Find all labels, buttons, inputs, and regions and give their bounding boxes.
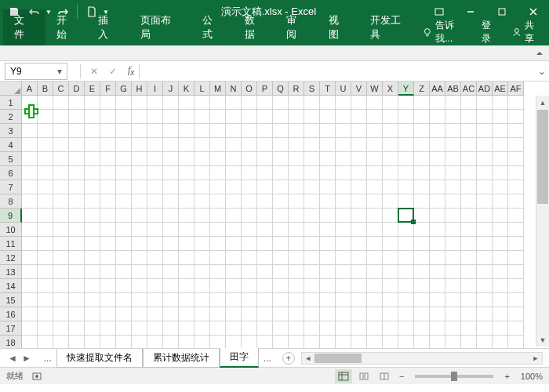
tab-insert[interactable]: 插入 <box>87 9 129 45</box>
cell[interactable] <box>100 223 116 237</box>
cell[interactable] <box>226 180 242 194</box>
cell[interactable] <box>289 293 304 307</box>
cell[interactable] <box>304 110 320 124</box>
tab-file[interactable]: 文件 <box>3 9 45 45</box>
cell[interactable] <box>289 96 304 110</box>
cell[interactable] <box>179 209 195 223</box>
cell[interactable] <box>163 251 179 265</box>
cell[interactable] <box>85 251 100 265</box>
cell[interactable] <box>116 321 132 336</box>
cell[interactable] <box>430 152 445 166</box>
cell[interactable] <box>383 138 398 152</box>
cell[interactable] <box>461 336 477 348</box>
cell[interactable] <box>508 251 524 265</box>
cell[interactable] <box>116 194 132 209</box>
cell[interactable] <box>273 321 289 336</box>
cell[interactable] <box>304 237 320 251</box>
cell[interactable] <box>351 96 367 110</box>
cell[interactable] <box>383 293 398 307</box>
cell[interactable] <box>226 336 242 348</box>
cell[interactable] <box>414 279 430 293</box>
cell[interactable] <box>38 265 53 279</box>
cell[interactable] <box>493 251 508 265</box>
cell[interactable] <box>69 307 85 321</box>
cell[interactable] <box>304 152 320 166</box>
cell[interactable] <box>351 110 367 124</box>
cell[interactable] <box>336 166 351 180</box>
cell[interactable] <box>22 194 38 209</box>
cell[interactable] <box>493 110 508 124</box>
cell[interactable] <box>147 251 163 265</box>
cell[interactable] <box>304 209 320 223</box>
cell[interactable] <box>257 279 273 293</box>
cell[interactable] <box>100 307 116 321</box>
cell[interactable] <box>289 223 304 237</box>
cell[interactable] <box>289 194 304 209</box>
cell[interactable] <box>336 321 351 336</box>
cell[interactable] <box>477 293 493 307</box>
page-layout-view-button[interactable] <box>355 369 373 383</box>
cell[interactable] <box>100 336 116 348</box>
cell[interactable] <box>179 96 195 110</box>
cell[interactable] <box>195 237 210 251</box>
cell[interactable] <box>414 138 430 152</box>
cell[interactable] <box>163 307 179 321</box>
cell[interactable] <box>383 180 398 194</box>
cell[interactable] <box>430 194 445 209</box>
cell[interactable] <box>273 237 289 251</box>
cell[interactable] <box>85 223 100 237</box>
cell[interactable] <box>116 307 132 321</box>
cell[interactable] <box>210 152 226 166</box>
cell[interactable] <box>132 209 147 223</box>
cell[interactable] <box>461 194 477 209</box>
cell[interactable] <box>38 152 53 166</box>
cell[interactable] <box>257 336 273 348</box>
cell[interactable] <box>147 237 163 251</box>
column-header[interactable]: R <box>289 82 304 96</box>
cell[interactable] <box>430 279 445 293</box>
cell[interactable] <box>179 166 195 180</box>
cell[interactable] <box>336 124 351 138</box>
sheet-nav-prev[interactable]: ◄ <box>8 353 17 364</box>
cell[interactable] <box>116 336 132 348</box>
cell[interactable] <box>398 223 414 237</box>
row-header[interactable]: 9 <box>0 209 22 223</box>
column-header[interactable]: AE <box>493 82 508 96</box>
cell[interactable] <box>163 138 179 152</box>
cell[interactable] <box>163 152 179 166</box>
cell[interactable] <box>461 166 477 180</box>
cell[interactable] <box>493 209 508 223</box>
cell[interactable] <box>477 96 493 110</box>
cell[interactable] <box>226 96 242 110</box>
row-header[interactable]: 6 <box>0 166 22 180</box>
cell[interactable] <box>320 279 336 293</box>
cell[interactable] <box>226 265 242 279</box>
fx-icon[interactable]: fx <box>128 64 134 77</box>
cell[interactable] <box>289 307 304 321</box>
cell[interactable] <box>38 166 53 180</box>
cell[interactable] <box>69 180 85 194</box>
cell[interactable] <box>461 209 477 223</box>
cell[interactable] <box>132 293 147 307</box>
cell[interactable] <box>304 166 320 180</box>
cell[interactable] <box>210 237 226 251</box>
column-header[interactable]: K <box>179 82 195 96</box>
cell[interactable] <box>320 110 336 124</box>
cell[interactable] <box>304 251 320 265</box>
cell[interactable] <box>226 138 242 152</box>
horizontal-scroll-thumb[interactable] <box>314 354 362 363</box>
cell[interactable] <box>398 251 414 265</box>
cell[interactable] <box>493 279 508 293</box>
row-header[interactable]: 14 <box>0 279 22 293</box>
cell[interactable] <box>304 336 320 348</box>
cell[interactable] <box>320 293 336 307</box>
cell[interactable] <box>304 307 320 321</box>
cell[interactable] <box>147 96 163 110</box>
cell[interactable] <box>477 194 493 209</box>
cell[interactable] <box>179 265 195 279</box>
cell[interactable] <box>69 110 85 124</box>
cell[interactable] <box>195 138 210 152</box>
cell[interactable] <box>414 209 430 223</box>
column-header[interactable]: I <box>147 82 163 96</box>
cell[interactable] <box>430 265 445 279</box>
